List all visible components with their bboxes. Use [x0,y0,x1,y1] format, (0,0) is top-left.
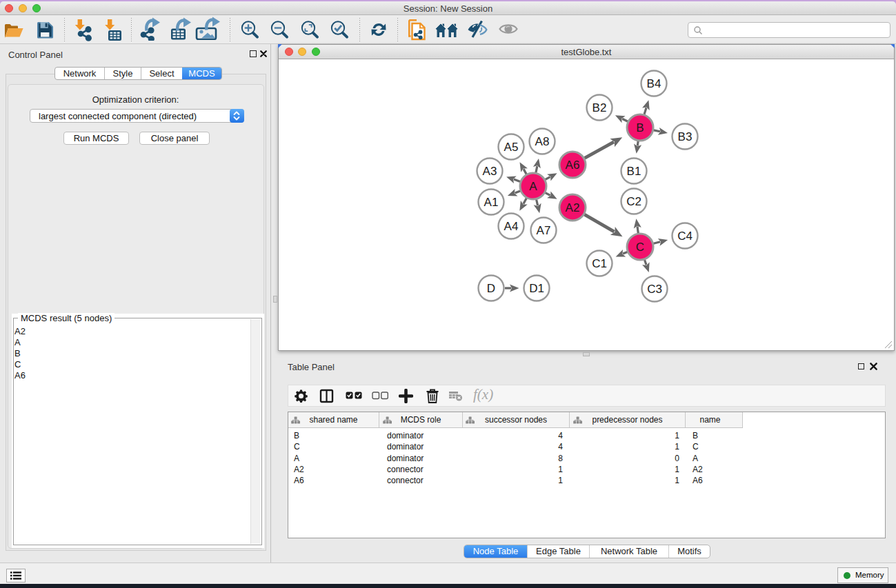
svg-text:A4: A4 [504,220,519,233]
svg-text:B3: B3 [678,130,693,143]
svg-text:A3: A3 [483,165,497,178]
svg-text:C2: C2 [626,195,641,208]
svg-text:B: B [636,121,644,134]
svg-text:B2: B2 [593,101,607,114]
svg-text:C4: C4 [677,230,693,243]
svg-text:C3: C3 [647,283,662,296]
svg-text:B1: B1 [627,165,641,178]
svg-text:A7: A7 [537,224,551,237]
svg-text:A1: A1 [484,196,499,209]
svg-text:D1: D1 [529,282,544,295]
svg-text:A2: A2 [566,201,580,214]
svg-text:D: D [487,282,495,295]
svg-text:A6: A6 [566,159,580,172]
svg-text:A8: A8 [535,135,550,148]
svg-text:A: A [529,180,537,193]
svg-text:A5: A5 [504,141,519,154]
svg-text:C1: C1 [592,257,607,270]
svg-text:B4: B4 [647,77,661,90]
svg-text:C: C [636,241,644,254]
